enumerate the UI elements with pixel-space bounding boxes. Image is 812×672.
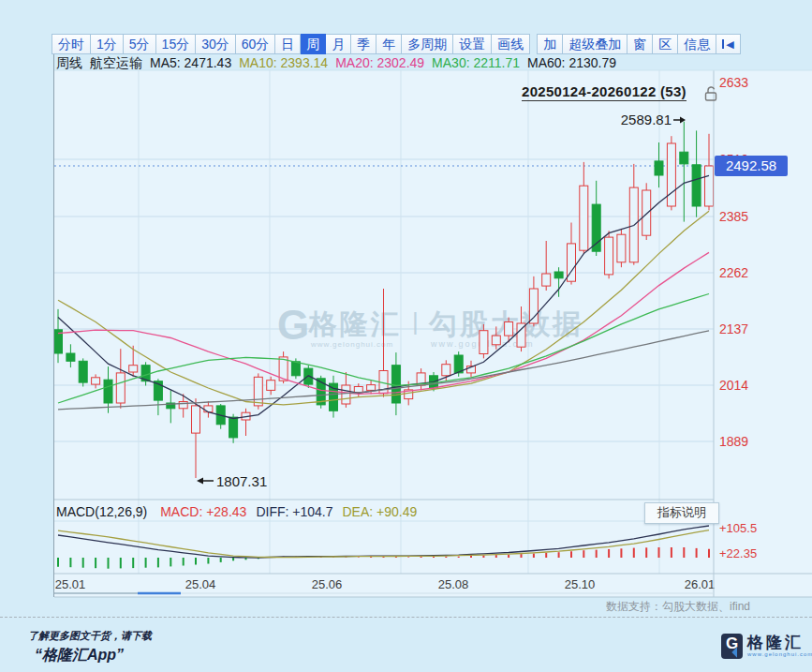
toolbar-button-1[interactable]: 1分 <box>91 34 124 54</box>
svg-text:1889: 1889 <box>719 434 748 449</box>
svg-text:www.gelonghui.com: www.gelonghui.com <box>310 340 393 349</box>
svg-text:2589.81: 2589.81 <box>621 112 672 127</box>
svg-text:25.10: 25.10 <box>565 577 596 591</box>
macd-header: MACD(12,26,9) MACD: +28.43DIFF: +104.7DE… <box>56 504 426 519</box>
toolbar-skip-to-start-icon[interactable]: ◀ <box>716 34 740 54</box>
last-price-badge: 2492.58 <box>715 156 788 176</box>
toolbar-button-6[interactable]: 日 <box>275 34 301 54</box>
svg-text:+105.5: +105.5 <box>719 521 757 535</box>
period-toolbar: 分时1分5分15分30分60分日周月季年多周期设置画线加超级叠加窗区信息◀ <box>52 34 741 54</box>
svg-text:26.01: 26.01 <box>685 577 716 591</box>
unlock-icon[interactable] <box>703 85 718 106</box>
gelonghui-logo-icon: G <box>721 634 743 659</box>
toolbar-button-4[interactable]: 30分 <box>196 34 236 54</box>
footer-divider <box>0 617 812 618</box>
toolbar-button-14[interactable]: 加 <box>537 34 563 54</box>
toolbar-button-12[interactable]: 设置 <box>453 34 492 54</box>
stock-chart-app: G格隆汇www.gelonghui.com|勾股大数据www.gogudata.… <box>0 0 812 672</box>
toolbar-button-5[interactable]: 60分 <box>236 34 276 54</box>
svg-text:25.04: 25.04 <box>185 577 216 591</box>
chart-canvas: G格隆汇www.gelonghui.com|勾股大数据www.gogudata.… <box>0 0 812 672</box>
ma-value-ma60: MA60: 2130.79 <box>527 55 616 70</box>
indicator-help-button[interactable]: 指标说明 <box>644 502 719 524</box>
macd-dea-value: DEA: +90.49 <box>342 504 417 519</box>
logo-brand-name: 格隆汇 <box>747 634 812 651</box>
ma-value-ma5: MA5: 2471.43 <box>150 55 231 70</box>
toolbar-button-3[interactable]: 15分 <box>156 34 197 54</box>
toolbar-button-11[interactable]: 多周期 <box>402 34 453 54</box>
svg-text:格隆汇: 格隆汇 <box>308 308 402 339</box>
promo-text-line1: 了解更多图文干货，请下载 <box>28 629 152 643</box>
toolbar-button-7[interactable]: 周 <box>301 34 326 54</box>
toolbar-button-15[interactable]: 超级叠加 <box>563 34 627 54</box>
macd-diff-value: DIFF: +104.7 <box>256 504 332 519</box>
svg-text:G: G <box>277 302 309 348</box>
macd-params-label: MACD(12,26,9) <box>56 504 147 519</box>
toolbar-button-18[interactable]: 信息 <box>678 34 716 54</box>
toolbar-button-2[interactable]: 5分 <box>124 34 156 54</box>
toolbar-button-10[interactable]: 年 <box>376 34 402 54</box>
date-range-label[interactable]: 20250124-20260122 (53) <box>522 83 687 101</box>
toolbar-button-0[interactable]: 分时 <box>52 34 91 54</box>
ma-value-ma10: MA10: 2393.14 <box>239 55 328 70</box>
gelonghui-logo: G 格隆汇 www.gelonghui.com <box>721 634 812 659</box>
symbol-label: 航空运输 <box>90 55 142 70</box>
logo-url: www.gelonghui.com <box>747 651 812 657</box>
svg-text:|: | <box>412 307 419 336</box>
svg-text:2385: 2385 <box>719 209 748 224</box>
svg-text:1807.31: 1807.31 <box>216 473 267 489</box>
svg-text:+22.35: +22.35 <box>719 546 757 560</box>
toolbar-button-17[interactable]: 区 <box>653 34 678 54</box>
promo-text-line2: “格隆汇App” <box>35 646 124 665</box>
toolbar-button-13[interactable]: 画线 <box>492 34 530 54</box>
svg-text:2262: 2262 <box>719 265 748 280</box>
toolbar-button-9[interactable]: 季 <box>351 34 376 54</box>
svg-text:2633: 2633 <box>719 75 748 90</box>
svg-text:2137: 2137 <box>719 321 748 336</box>
svg-text:25.06: 25.06 <box>312 577 343 591</box>
svg-text:25.01: 25.01 <box>55 577 86 591</box>
ma-value-ma30: MA30: 2211.71 <box>432 55 520 70</box>
period-label: 周线 <box>56 55 82 70</box>
macd-macd-value: MACD: +28.43 <box>160 504 246 519</box>
svg-text:25.08: 25.08 <box>438 577 469 591</box>
indicator-row: 周线航空运输MA5: 2471.43MA10: 2393.14MA20: 230… <box>56 55 624 72</box>
toolbar-button-8[interactable]: 月 <box>326 34 351 54</box>
ma-value-ma20: MA20: 2302.49 <box>335 55 424 70</box>
toolbar-button-16[interactable]: 窗 <box>627 34 653 54</box>
svg-text:2014: 2014 <box>719 378 748 393</box>
datasource-note: 数据支持：勾股大数据、ifind <box>606 599 750 615</box>
